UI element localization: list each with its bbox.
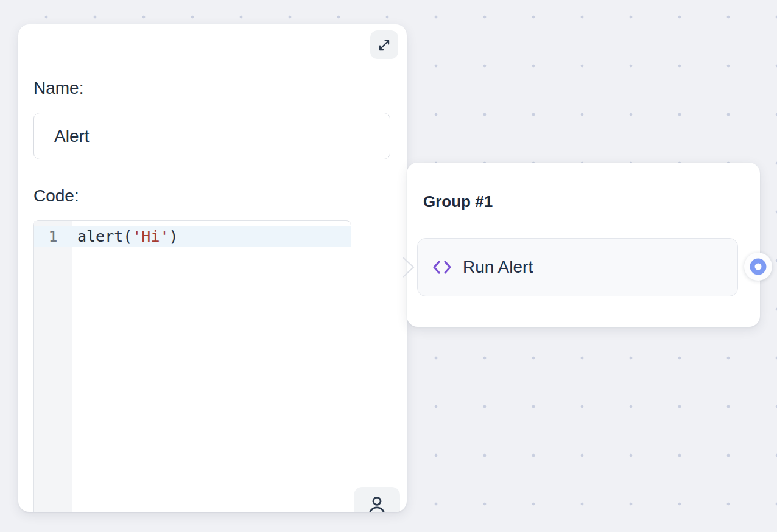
line-number: 1 [34, 228, 72, 245]
person-icon [365, 493, 389, 512]
flow-node-run-alert[interactable]: Run Alert [417, 238, 738, 296]
code-editor[interactable]: 1 alert('Hi') [33, 220, 351, 512]
user-profile-button[interactable] [354, 487, 400, 512]
code-token-plain: alert( [77, 228, 132, 245]
code-line: alert('Hi') [77, 228, 178, 245]
group-title: Group #1 [423, 192, 493, 211]
code-token-plain: ) [169, 228, 178, 245]
code-icon [432, 259, 452, 275]
flow-canvas[interactable]: Name: Code: 1 alert('Hi') Group #1 [0, 0, 777, 532]
name-label: Name: [33, 79, 83, 98]
connection-chevron-icon [397, 253, 421, 282]
editor-gutter [34, 221, 72, 512]
code-token-string: 'Hi' [132, 228, 169, 245]
expand-icon [376, 37, 392, 53]
name-input[interactable] [33, 113, 390, 159]
expand-button[interactable] [370, 30, 398, 59]
node-label: Run Alert [463, 257, 533, 277]
code-label: Code: [33, 186, 79, 206]
node-editor-panel: Name: Code: 1 alert('Hi') [18, 24, 407, 512]
group-card[interactable]: Group #1 Run Alert [407, 163, 760, 327]
output-handle[interactable] [750, 259, 767, 275]
output-handle-halo [744, 253, 772, 281]
